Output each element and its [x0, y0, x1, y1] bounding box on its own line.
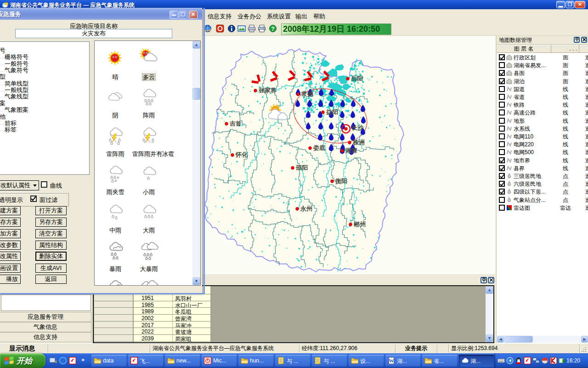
sidebar-list[interactable]	[1, 294, 91, 311]
dialog-maximize-button[interactable]: ❐	[179, 11, 187, 19]
dialog-close-button[interactable]: ✕	[189, 11, 198, 19]
taskbar-button-8[interactable]: 设...	[349, 355, 384, 367]
record-icon[interactable]	[216, 24, 224, 33]
weather-item-rain-mid[interactable]: 中雨	[98, 201, 132, 240]
layer-row[interactable]: 高速公路线透	[497, 109, 588, 116]
weather-item-shower[interactable]: 阵雨	[132, 86, 166, 125]
checkbox-unchecked[interactable]	[499, 149, 505, 155]
help-icon[interactable]: ?	[269, 24, 277, 33]
scroll-down-icon[interactable]: ▼	[486, 334, 493, 342]
sidebar-button-2[interactable]: 气象信息	[0, 322, 91, 332]
fetion-tray-icon[interactable]	[524, 357, 531, 364]
scroll-up-icon[interactable]: ▲	[192, 41, 200, 49]
sidebar-button-1[interactable]: 应急服务管理	[0, 312, 91, 322]
checkbox-unchecked[interactable]	[499, 102, 505, 108]
layer-row[interactable]: 地形线透	[497, 117, 588, 125]
layer-row[interactable]: 气象站点分...点透	[497, 196, 588, 204]
curve-checkbox[interactable]	[41, 181, 47, 188]
printer-icon[interactable]	[248, 24, 256, 33]
layer-row[interactable]: 湖南省易发...面透	[497, 61, 588, 69]
taskbar-button-6[interactable]: 与 ...	[275, 355, 311, 367]
checkbox-unchecked[interactable]	[499, 141, 505, 147]
checkbox-checked[interactable]	[499, 181, 505, 187]
ie-icon[interactable]: e	[59, 357, 67, 365]
tree-parent-item[interactable]: 线型	[0, 74, 7, 80]
layer-row[interactable]: 地市界线透	[497, 156, 588, 164]
dialog-button-7-right[interactable]: 返回	[35, 275, 67, 284]
menu-item-1[interactable]: 信息支持	[208, 12, 232, 21]
dialog-button-5-right[interactable]: 删除实体	[35, 252, 67, 261]
checkbox-unchecked[interactable]	[499, 109, 505, 115]
weather-item-rain-light[interactable]: 小雨	[132, 163, 166, 201]
minimize-button[interactable]: ▬	[556, 1, 565, 8]
checkbox-unchecked[interactable]	[499, 205, 505, 211]
pin-icon[interactable]	[574, 37, 580, 43]
layer-row[interactable]: 湖泊面透	[497, 77, 588, 85]
scroll-left-icon[interactable]: ◀	[497, 336, 504, 343]
layer-row[interactable]: 三级居民地点透	[497, 172, 588, 180]
show-desktop-icon[interactable]	[49, 357, 57, 365]
checkbox-checked[interactable]	[499, 78, 505, 84]
taskbar-button-9[interactable]: W湖...	[385, 355, 421, 367]
layer-row[interactable]: 四级以下居...点透	[497, 188, 588, 196]
start-button[interactable]: 开始	[0, 353, 45, 368]
dialog-button-5-left[interactable]: 改属性	[0, 252, 21, 261]
menu-item-5[interactable]: 帮助	[313, 12, 325, 21]
layer-row[interactable]: 雷达图雷达透	[497, 204, 588, 212]
taskbar-button-11[interactable]: 湖...	[459, 355, 494, 367]
layer-row[interactable]: 行政区划面透	[497, 53, 588, 61]
weather-item-storm[interactable]: 暴雨	[98, 240, 132, 278]
weather-item-storm-heavy[interactable]	[132, 278, 166, 286]
dialog-button-6-left[interactable]: 画设置	[0, 264, 21, 273]
tree-parent-item[interactable]: 图案	[0, 100, 7, 107]
close-panel-icon[interactable]	[581, 37, 587, 43]
overflow-chevron-icon[interactable]: »	[81, 356, 85, 363]
scrollbar-thumb[interactable]	[192, 88, 200, 100]
checkbox-unchecked[interactable]	[499, 133, 505, 139]
checkbox-unchecked[interactable]	[499, 126, 505, 132]
close-panel-icon[interactable]	[488, 277, 494, 283]
scroll-down-icon[interactable]: ▼	[192, 277, 200, 285]
layer-row[interactable]: 国道线透	[497, 85, 588, 93]
checkbox-unchecked[interactable]	[499, 197, 505, 203]
dialog-button-6-right[interactable]: 生成AVI	[35, 264, 67, 273]
dialog-button-4-right[interactable]: 属性结构	[35, 241, 67, 250]
printer2-icon[interactable]	[258, 24, 266, 33]
layers-column-2[interactable]: . . .	[551, 45, 579, 53]
scroll-right-icon[interactable]: ▶	[581, 336, 588, 343]
layer-row[interactable]: 省道线透	[497, 93, 588, 101]
menu-item-2[interactable]: 业务办公	[237, 12, 261, 21]
resize-grip-icon[interactable]	[582, 347, 588, 353]
checkbox-unchecked[interactable]	[499, 86, 505, 92]
weather-item-sleet[interactable]: 雨夹雪	[98, 163, 132, 201]
close-button[interactable]: ✕	[575, 1, 585, 8]
tree-parent-item[interactable]: 符号	[0, 47, 7, 54]
checkbox-unchecked[interactable]	[499, 62, 505, 68]
checkbox-unchecked[interactable]	[499, 94, 505, 100]
weather-item-storm[interactable]	[98, 278, 132, 286]
qq-icon[interactable]	[515, 357, 522, 364]
weather-item-storm-heavy[interactable]: 大暴雨	[132, 240, 166, 278]
layers-column-3[interactable]	[579, 45, 588, 53]
checkbox-checked[interactable]	[499, 189, 505, 195]
checkbox-checked[interactable]	[499, 157, 505, 163]
layer-row[interactable]: 县面面透	[497, 69, 588, 77]
checkbox-unchecked[interactable]	[499, 118, 505, 124]
dialog-button-1-left[interactable]: 建方案	[0, 206, 21, 215]
menu-item-4[interactable]: 输出	[295, 12, 307, 21]
back-circle-icon[interactable]	[506, 357, 514, 364]
station-table[interactable]: 1951凤羽村1985水口山一厂1989冬瓜咀2002曾家湾2017马家冲202…	[94, 286, 210, 343]
layer-row[interactable]: 水系线线透	[497, 125, 588, 132]
layer-row[interactable]: 铁路线透	[497, 101, 588, 109]
face-filter-checkbox[interactable]	[30, 196, 37, 202]
symbol-tree[interactable]: 符号·····栅格符号·····一般符号·····气象符号线型·····简单线型…	[0, 41, 90, 175]
taskbar-button-2[interactable]: 飞...	[128, 355, 164, 367]
weather-item-sun-cloud[interactable]: 多云	[132, 48, 166, 86]
checkbox-checked[interactable]	[499, 165, 505, 171]
layer-row[interactable]: 电网500线透	[497, 148, 588, 156]
dialog-button-2-left[interactable]: 存方案	[0, 218, 21, 227]
globe-icon[interactable]	[204, 24, 212, 33]
taskbar-button-3[interactable]: new...	[165, 355, 200, 367]
media-icon[interactable]	[559, 357, 566, 364]
ball-icon[interactable]	[541, 357, 548, 364]
